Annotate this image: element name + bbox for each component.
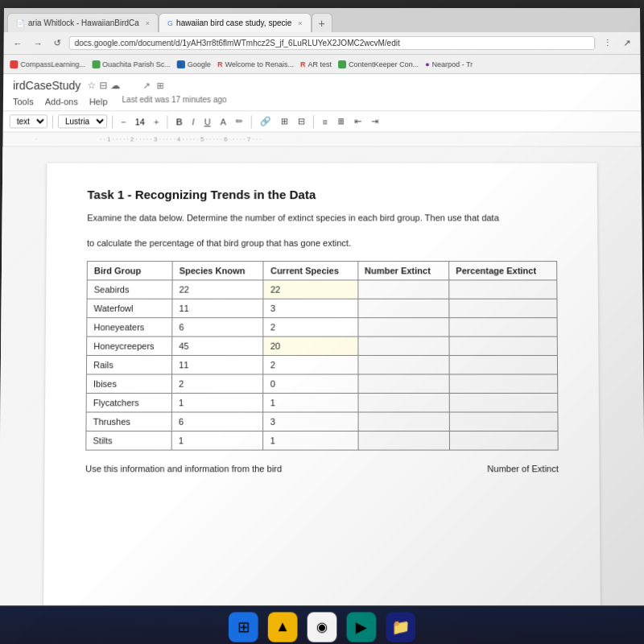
cell-species_known-6[interactable]: 1: [171, 393, 263, 412]
bookmark-ar-label: AR test: [308, 60, 332, 68]
image-button[interactable]: ⊞: [278, 114, 291, 128]
italic-button[interactable]: I: [189, 115, 198, 128]
star-icon[interactable]: ☆: [87, 80, 96, 91]
cell-number_extinct-3[interactable]: [357, 336, 449, 355]
cell-current_species-4[interactable]: 2: [263, 356, 357, 374]
cell-species_known-4[interactable]: 11: [171, 356, 263, 374]
cell-current_species-5[interactable]: 0: [263, 374, 357, 393]
font-size-increase[interactable]: +: [151, 115, 163, 128]
bookmark-renais[interactable]: R Welcome to Renais...: [217, 60, 294, 68]
table-button[interactable]: ⊟: [295, 114, 308, 128]
cell-number_extinct-8[interactable]: [358, 431, 450, 451]
taskbar-drive-icon[interactable]: ▲: [268, 612, 298, 642]
cell-percentage_extinct-3[interactable]: [449, 336, 557, 355]
cell-bird_group-7[interactable]: Thrushes: [86, 412, 171, 431]
bold-button[interactable]: B: [172, 115, 185, 128]
cell-bird_group-5[interactable]: Ibises: [86, 374, 171, 393]
bookmark-compass[interactable]: CompassLearning...: [10, 60, 85, 68]
underline-button[interactable]: U: [201, 115, 214, 128]
cell-percentage_extinct-0[interactable]: [449, 280, 557, 299]
align-button[interactable]: ≡: [319, 115, 330, 128]
cell-bird_group-0[interactable]: Seabirds: [87, 280, 172, 299]
cell-species_known-0[interactable]: 22: [172, 280, 264, 299]
bookmark-compass-icon: [10, 60, 18, 68]
docs-title-icons: ☆ ⊟ ☁: [87, 80, 120, 91]
tab-1[interactable]: 📄 aria Whitlock - HawaiianBirdCa ×: [7, 13, 159, 32]
menu-tools[interactable]: Tools: [13, 95, 34, 108]
cell-species_known-8[interactable]: 1: [171, 431, 263, 451]
menu-addons[interactable]: Add-ons: [45, 95, 78, 108]
font-color-button[interactable]: A: [217, 115, 229, 128]
bookmark-contentkeeper-icon: [338, 60, 346, 68]
cell-species_known-1[interactable]: 11: [172, 299, 264, 317]
docs-content-area[interactable]: Task 1 - Recognizing Trends in the Data …: [0, 147, 644, 606]
link-button[interactable]: 🔗: [257, 114, 275, 128]
cell-number_extinct-4[interactable]: [357, 356, 449, 374]
cell-bird_group-6[interactable]: Flycatchers: [86, 393, 171, 412]
taskbar-folder-icon[interactable]: 📁: [386, 612, 415, 642]
bookmark-contentkeeper[interactable]: ContentKeeper Con...: [338, 60, 419, 68]
cell-number_extinct-7[interactable]: [358, 412, 450, 431]
cell-bird_group-4[interactable]: Rails: [86, 356, 171, 374]
cloud-icon[interactable]: ☁: [110, 80, 120, 91]
cell-species_known-3[interactable]: 45: [172, 336, 264, 355]
toolbar-separator-4: [251, 115, 252, 128]
cell-current_species-0[interactable]: 22: [263, 280, 357, 299]
bookmark-ouachita[interactable]: Ouachita Parish Sc...: [92, 60, 171, 68]
taskbar-apps-icon[interactable]: ⊞: [229, 612, 258, 642]
table-row: Seabirds2222: [87, 280, 557, 299]
cell-current_species-8[interactable]: 1: [263, 431, 358, 451]
highlight-button[interactable]: ✏: [233, 114, 246, 128]
docs-container: irdCaseStudy ☆ ⊟ ☁ ↗ ⊞ Tools Add-ons Hel…: [0, 74, 644, 605]
reload-button[interactable]: ↺: [51, 36, 64, 50]
font-name-select[interactable]: Lustria: [58, 114, 107, 128]
taskbar-chrome-icon[interactable]: ◉: [308, 612, 337, 642]
cell-number_extinct-0[interactable]: [357, 280, 449, 299]
profile-button[interactable]: ↗: [620, 36, 634, 50]
tab-2-close[interactable]: ×: [298, 19, 302, 27]
browser-window: 📄 aria Whitlock - HawaiianBirdCa × G haw…: [0, 8, 644, 644]
indent-decrease[interactable]: ⇤: [351, 114, 365, 128]
cell-number_extinct-1[interactable]: [357, 299, 449, 317]
cell-current_species-2[interactable]: 2: [263, 318, 357, 336]
settings-button[interactable]: ⋮: [600, 36, 615, 50]
cell-number_extinct-6[interactable]: [358, 393, 450, 412]
bookmark-ar[interactable]: R AR test: [300, 60, 332, 68]
cell-percentage_extinct-5[interactable]: [449, 374, 557, 393]
drive-save-icon[interactable]: ⊟: [99, 80, 107, 91]
font-size-decrease[interactable]: −: [118, 115, 130, 128]
cell-bird_group-1[interactable]: Waterfowl: [87, 299, 172, 317]
cell-percentage_extinct-1[interactable]: [449, 299, 557, 317]
cell-number_extinct-2[interactable]: [357, 318, 449, 336]
tab-2[interactable]: G hawaiian bird case study, specie ×: [159, 13, 312, 32]
cell-percentage_extinct-2[interactable]: [449, 318, 557, 336]
cell-species_known-2[interactable]: 6: [172, 318, 264, 336]
bookmark-nearpod[interactable]: ● Nearpod - Tr: [425, 60, 473, 68]
cell-current_species-6[interactable]: 1: [263, 393, 357, 412]
forward-button[interactable]: →: [31, 37, 46, 50]
back-button[interactable]: ←: [10, 37, 26, 50]
tab-1-close[interactable]: ×: [146, 19, 150, 27]
cell-percentage_extinct-4[interactable]: [449, 356, 557, 374]
col-species-known: Species Known: [172, 262, 263, 280]
cell-bird_group-8[interactable]: Stilts: [86, 431, 171, 451]
taskbar-meet-icon[interactable]: ▶: [347, 612, 377, 642]
list-button[interactable]: ≣: [334, 114, 348, 128]
cell-bird_group-3[interactable]: Honeycreepers: [87, 336, 172, 355]
cell-current_species-1[interactable]: 3: [263, 299, 357, 317]
cell-percentage_extinct-7[interactable]: [449, 412, 558, 431]
cell-current_species-7[interactable]: 3: [263, 412, 357, 431]
font-style-select[interactable]: text: [10, 114, 47, 128]
cell-species_known-5[interactable]: 2: [171, 374, 263, 393]
cell-bird_group-2[interactable]: Honeyeaters: [87, 318, 172, 336]
cell-species_known-7[interactable]: 6: [171, 412, 263, 431]
cell-number_extinct-5[interactable]: [357, 374, 449, 393]
menu-help[interactable]: Help: [89, 95, 108, 108]
indent-increase[interactable]: ⇥: [368, 114, 382, 128]
cell-percentage_extinct-6[interactable]: [449, 393, 558, 412]
cell-current_species-3[interactable]: 20: [263, 336, 357, 355]
new-tab-button[interactable]: +: [312, 13, 332, 32]
bookmark-google[interactable]: G Google: [177, 60, 211, 68]
cell-percentage_extinct-8[interactable]: [449, 431, 558, 451]
address-bar[interactable]: docs.google.com/document/d/1yAH3rr8t6flm…: [69, 36, 596, 50]
